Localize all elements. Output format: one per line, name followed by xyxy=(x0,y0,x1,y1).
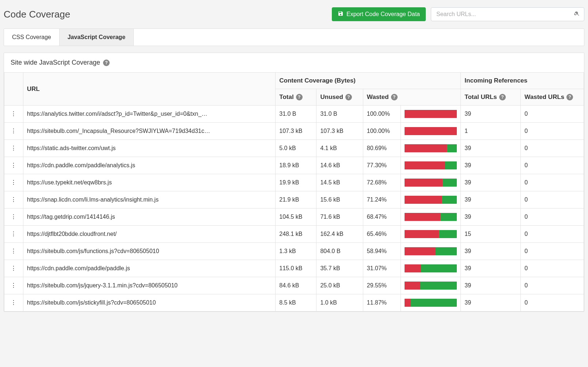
cell-url[interactable]: https://sitebulb.com/_Incapsula_Resource… xyxy=(23,123,275,140)
cell-url[interactable]: https://use.typekit.net/eqw8brs.js xyxy=(23,174,275,191)
cell-wasted-pct: 58.94% xyxy=(363,243,401,260)
col-menu-header xyxy=(4,73,23,106)
cell-url[interactable]: https://analytics.twitter.com/i/adsct?p_… xyxy=(23,106,275,123)
page-title: Code Coverage xyxy=(4,9,70,20)
cell-url[interactable]: https://tag.getdrip.com/1414146.js xyxy=(23,209,275,226)
cell-url[interactable]: https://sitebulb.com/js/functions.js?cdv… xyxy=(23,243,275,260)
cell-wasted-urls: 0 xyxy=(521,123,584,140)
cell-url[interactable]: https://snap.licdn.com/li.lms-analytics/… xyxy=(23,191,275,209)
col-total-header[interactable]: Total ? xyxy=(276,89,316,106)
col-unused-header[interactable]: Unused ? xyxy=(316,89,363,106)
cell-wasted-urls: 0 xyxy=(521,209,584,226)
table-row: ⋮https://sitebulb.com/js/stickyfill.js?c… xyxy=(4,294,584,311)
table-row: ⋮https://use.typekit.net/eqw8brs.js19.9 … xyxy=(4,174,584,191)
table-row: ⋮https://sitebulb.com/js/functions.js?cd… xyxy=(4,243,584,260)
cell-wasted-pct: 100.00% xyxy=(363,123,401,140)
help-icon[interactable]: ? xyxy=(391,94,398,100)
cell-unused: 14.5 kB xyxy=(316,174,363,191)
cell-total-urls: 39 xyxy=(461,277,521,294)
help-icon[interactable]: ? xyxy=(566,94,573,100)
tab-javascript-coverage[interactable]: JavaScript Coverage xyxy=(60,29,134,46)
kebab-icon: ⋮ xyxy=(11,231,16,237)
row-menu-button[interactable]: ⋮ xyxy=(10,110,17,118)
table-row: ⋮https://sitebulb.com/_Incapsula_Resourc… xyxy=(4,123,584,140)
kebab-icon: ⋮ xyxy=(11,265,16,271)
col-wasted-header[interactable]: Wasted ? xyxy=(363,89,461,106)
cell-total-urls: 39 xyxy=(461,174,521,191)
cell-wasted-bar xyxy=(401,123,461,140)
cell-total-urls: 39 xyxy=(461,157,521,174)
cell-total: 5.0 kB xyxy=(276,140,316,157)
cell-total: 107.3 kB xyxy=(276,123,316,140)
cell-total-urls: 1 xyxy=(461,123,521,140)
row-menu-button[interactable]: ⋮ xyxy=(10,230,17,238)
cell-url[interactable]: https://sitebulb.com/js/jquery-3.1.1.min… xyxy=(23,277,275,294)
row-menu-button[interactable]: ⋮ xyxy=(10,299,17,306)
tab-css-coverage[interactable]: CSS Coverage xyxy=(4,29,60,46)
cell-unused: 804.0 B xyxy=(316,243,363,260)
table-row: ⋮https://djtflbt20bdde.cloudfront.net/24… xyxy=(4,226,584,243)
cell-wasted-bar xyxy=(401,294,461,311)
cell-wasted-bar xyxy=(401,140,461,157)
cell-unused: 162.4 kB xyxy=(316,226,363,243)
cell-url[interactable]: https://cdn.paddle.com/paddle/paddle.js xyxy=(23,260,275,277)
cell-url[interactable]: https://cdn.paddle.com/paddle/analytics.… xyxy=(23,157,275,174)
cell-wasted-pct: 72.68% xyxy=(363,174,401,191)
cell-wasted-urls: 0 xyxy=(521,140,584,157)
col-total-urls-header[interactable]: Total URLs ? xyxy=(461,89,521,106)
export-button[interactable]: Export Code Coverage Data xyxy=(332,7,426,21)
row-menu-button[interactable]: ⋮ xyxy=(10,179,17,186)
row-menu-button[interactable]: ⋮ xyxy=(10,265,17,272)
cell-wasted-pct: 11.87% xyxy=(363,294,401,311)
row-menu-button[interactable]: ⋮ xyxy=(10,248,17,255)
cell-wasted-urls: 0 xyxy=(521,243,584,260)
cell-wasted-bar xyxy=(401,260,461,277)
kebab-icon: ⋮ xyxy=(11,163,16,168)
kebab-icon: ⋮ xyxy=(11,197,16,203)
row-menu-button[interactable]: ⋮ xyxy=(10,282,17,289)
table-row: ⋮https://cdn.paddle.com/paddle/analytics… xyxy=(4,157,584,174)
help-icon[interactable]: ? xyxy=(103,60,110,66)
table-row: ⋮https://analytics.twitter.com/i/adsct?p… xyxy=(4,106,584,123)
cell-unused: 25.0 kB xyxy=(316,277,363,294)
cell-total-urls: 39 xyxy=(461,243,521,260)
table-row: ⋮https://tag.getdrip.com/1414146.js104.5… xyxy=(4,209,584,226)
cell-wasted-bar xyxy=(401,174,461,191)
row-menu-button[interactable]: ⋮ xyxy=(10,162,17,169)
cell-wasted-urls: 0 xyxy=(521,157,584,174)
col-wasted-urls-header[interactable]: Wasted URLs ? xyxy=(521,89,584,106)
cell-unused: 35.7 kB xyxy=(316,260,363,277)
col-url-header[interactable]: URL xyxy=(23,73,275,106)
cell-url[interactable]: https://djtflbt20bdde.cloudfront.net/ xyxy=(23,226,275,243)
cell-wasted-bar xyxy=(401,209,461,226)
table-row: ⋮https://cdn.paddle.com/paddle/paddle.js… xyxy=(4,260,584,277)
row-menu-button[interactable]: ⋮ xyxy=(10,145,17,152)
cell-total: 84.6 kB xyxy=(276,277,316,294)
cell-total: 18.9 kB xyxy=(276,157,316,174)
row-menu-button[interactable]: ⋮ xyxy=(10,127,17,135)
table-row: ⋮https://snap.licdn.com/li.lms-analytics… xyxy=(4,191,584,209)
cell-unused: 107.3 kB xyxy=(316,123,363,140)
cell-wasted-pct: 100.00% xyxy=(363,106,401,123)
cell-url[interactable]: https://static.ads-twitter.com/uwt.js xyxy=(23,140,275,157)
cell-total: 115.0 kB xyxy=(276,260,316,277)
row-menu-button[interactable]: ⋮ xyxy=(10,213,17,221)
cell-unused: 31.0 B xyxy=(316,106,363,123)
help-icon[interactable]: ? xyxy=(296,94,303,100)
cell-unused: 4.1 kB xyxy=(316,140,363,157)
cell-total: 8.5 kB xyxy=(276,294,316,311)
search-input[interactable] xyxy=(431,7,584,21)
cell-total-urls: 39 xyxy=(461,106,521,123)
cell-total-urls: 39 xyxy=(461,260,521,277)
help-icon[interactable]: ? xyxy=(345,94,352,100)
help-icon[interactable]: ? xyxy=(499,94,506,100)
cell-wasted-pct: 77.30% xyxy=(363,157,401,174)
cell-wasted-bar xyxy=(401,157,461,174)
cell-wasted-urls: 0 xyxy=(521,174,584,191)
cell-wasted-pct: 68.47% xyxy=(363,209,401,226)
cell-url[interactable]: https://sitebulb.com/js/stickyfill.js?cd… xyxy=(23,294,275,311)
row-menu-button[interactable]: ⋮ xyxy=(10,196,17,203)
kebab-icon: ⋮ xyxy=(11,180,16,186)
tabs: CSS CoverageJavaScript Coverage xyxy=(4,28,584,46)
cell-total-urls: 39 xyxy=(461,294,521,311)
